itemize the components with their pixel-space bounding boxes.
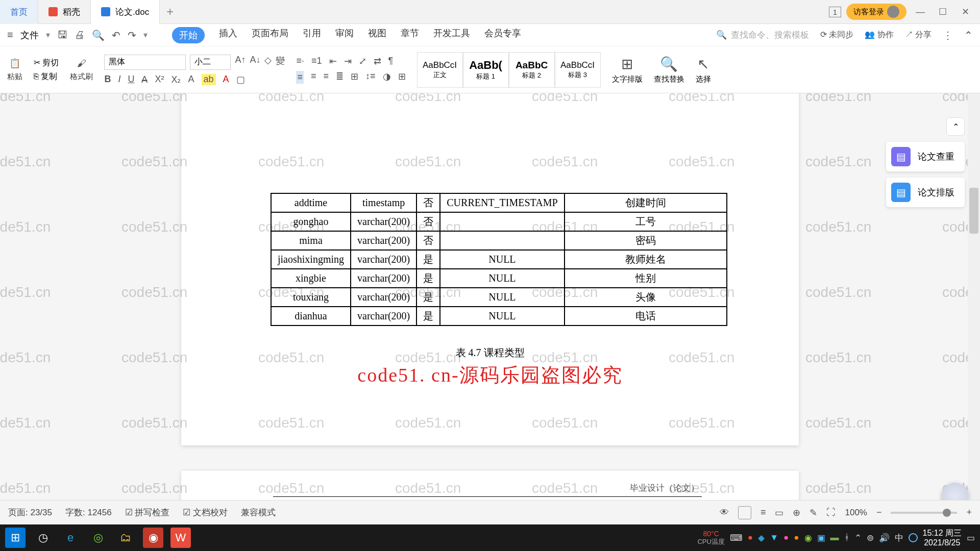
- table-cell[interactable]: 是: [416, 250, 440, 269]
- table-cell[interactable]: gonghao: [271, 212, 351, 231]
- cut-button[interactable]: ✂ 剪切: [34, 58, 59, 68]
- shading-icon[interactable]: ◑: [383, 71, 391, 84]
- select-button[interactable]: ↖选择: [696, 56, 711, 84]
- table-cell[interactable]: 是: [416, 307, 440, 325]
- bluetooth-icon[interactable]: ᚼ: [844, 533, 849, 543]
- align-left-icon[interactable]: ≡: [296, 71, 304, 84]
- collab-button[interactable]: 👥 协作: [865, 30, 893, 40]
- table-cell[interactable]: mima: [271, 231, 351, 250]
- minimize-button[interactable]: —: [912, 7, 929, 17]
- strike-icon[interactable]: A̶: [141, 74, 148, 85]
- paste-button[interactable]: 粘贴: [7, 72, 22, 82]
- style-body[interactable]: AaBbCcI正文: [417, 52, 463, 88]
- table-cell[interactable]: 是: [416, 269, 440, 288]
- table-cell[interactable]: touxiang: [271, 288, 351, 307]
- start-button[interactable]: ⊞: [5, 528, 26, 548]
- distribute-icon[interactable]: ⊞: [351, 71, 358, 84]
- decrease-font-icon[interactable]: A↓: [250, 55, 260, 70]
- doc-proof[interactable]: ☑ 文档校对: [183, 507, 228, 518]
- more-icon[interactable]: ⋮: [943, 29, 953, 41]
- tray-icon[interactable]: ▣: [817, 533, 825, 543]
- menu-view[interactable]: 视图: [368, 27, 386, 43]
- redo-icon[interactable]: ↷: [128, 29, 136, 41]
- decrease-indent-icon[interactable]: ⇤: [329, 56, 337, 67]
- table-cell[interactable]: timestamp: [351, 193, 416, 212]
- tab-home[interactable]: 首页: [0, 0, 38, 24]
- share-button[interactable]: ↗ 分享: [905, 30, 932, 40]
- tab-docer[interactable]: 稻壳: [38, 0, 91, 24]
- style-heading1[interactable]: AaBb(标题 1: [463, 52, 509, 88]
- plagiarism-check-button[interactable]: ▤论文查重: [886, 142, 965, 171]
- search-tray-icon[interactable]: [909, 533, 918, 542]
- maximize-button[interactable]: ☐: [934, 6, 951, 17]
- table-cell[interactable]: 是: [416, 288, 440, 307]
- table-cell[interactable]: 否: [416, 212, 440, 231]
- sync-button[interactable]: ⟳ 未同步: [820, 30, 853, 40]
- page-indicator[interactable]: 页面: 23/35: [8, 507, 52, 518]
- table-cell[interactable]: varchar(200): [351, 212, 416, 231]
- tray-icon[interactable]: ▼: [770, 533, 778, 543]
- spell-check[interactable]: ☑ 拼写检查: [125, 507, 170, 518]
- clear-format-icon[interactable]: ◇: [264, 55, 272, 70]
- table-cell[interactable]: CURRENT_TIMESTAMP: [440, 193, 564, 212]
- collapse-ribbon-icon[interactable]: ⌃: [964, 29, 973, 41]
- scroll-thumb[interactable]: [969, 188, 978, 234]
- table-cell[interactable]: xingbie: [271, 269, 351, 288]
- zoom-level[interactable]: 100%: [845, 508, 867, 518]
- clipboard-icon[interactable]: 📋: [9, 58, 20, 69]
- browser-icon[interactable]: ◎: [88, 528, 108, 548]
- outline-view-icon[interactable]: ≡: [761, 507, 766, 518]
- find-replace-button[interactable]: 🔍查找替换: [654, 56, 684, 84]
- wps-icon[interactable]: W: [170, 528, 191, 548]
- save-icon[interactable]: 🖫: [57, 29, 67, 41]
- fit-icon[interactable]: ⛶: [826, 507, 836, 518]
- text-effect-icon[interactable]: A: [188, 74, 194, 85]
- volume-icon[interactable]: 🔊: [879, 533, 890, 543]
- sort-icon[interactable]: ⤢: [359, 56, 366, 67]
- notification-badge[interactable]: 1: [829, 7, 841, 17]
- table-cell[interactable]: 教师姓名: [565, 250, 727, 269]
- print-icon[interactable]: 🖨: [75, 29, 85, 41]
- search-input[interactable]: 🔍 查找命令、搜索模板: [716, 29, 809, 41]
- app-icon-1[interactable]: ◉: [143, 528, 163, 548]
- table-cell[interactable]: 性别: [565, 269, 727, 288]
- table-cell[interactable]: NULL: [440, 250, 564, 269]
- copy-button[interactable]: ⎘ 复制: [34, 71, 57, 82]
- menu-reference[interactable]: 引用: [303, 27, 321, 43]
- annotate-icon[interactable]: ✎: [810, 507, 817, 518]
- table-cell[interactable]: 头像: [565, 288, 727, 307]
- text-layout-button[interactable]: ⊞文字排版: [612, 56, 643, 84]
- tray-icon[interactable]: ●: [748, 533, 753, 543]
- table-cell[interactable]: 工号: [565, 212, 727, 231]
- undo-icon[interactable]: ↶: [112, 29, 120, 41]
- document-canvas[interactable]: addtimetimestamp否CURRENT_TIMESTAMP创建时间go…: [0, 93, 968, 527]
- tray-keyboard-icon[interactable]: ⌨: [730, 533, 743, 543]
- highlight-icon[interactable]: ab: [202, 74, 216, 85]
- table-cell[interactable]: varchar(200): [351, 269, 416, 288]
- justify-icon[interactable]: ≣: [336, 71, 344, 84]
- table-cell[interactable]: NULL: [440, 307, 564, 325]
- align-center-icon[interactable]: ≡: [311, 71, 316, 84]
- paragraph-mark-icon[interactable]: ¶: [388, 56, 394, 67]
- superscript-icon[interactable]: X²: [155, 74, 164, 85]
- table-cell[interactable]: 密码: [565, 231, 727, 250]
- table-cell[interactable]: jiaoshixingming: [271, 250, 351, 269]
- increase-font-icon[interactable]: A↑: [235, 55, 246, 70]
- zoom-out-icon[interactable]: −: [876, 507, 882, 518]
- new-tab-button[interactable]: +: [160, 5, 180, 19]
- thesis-layout-button[interactable]: ▤论文排版: [886, 178, 965, 207]
- wifi-icon[interactable]: ⊚: [867, 533, 874, 543]
- menu-icon[interactable]: ≡: [7, 29, 13, 41]
- menu-start[interactable]: 开始: [172, 27, 205, 43]
- line-spacing-icon[interactable]: ↕≡: [365, 71, 376, 84]
- align-right-icon[interactable]: ≡: [324, 71, 329, 84]
- ie-icon[interactable]: e: [60, 528, 81, 548]
- notifications-icon[interactable]: ▭: [967, 533, 975, 543]
- format-painter-icon[interactable]: 🖌: [77, 58, 86, 69]
- tray-icon[interactable]: ◆: [758, 533, 765, 543]
- table-cell[interactable]: varchar(200): [351, 231, 416, 250]
- reading-view-icon[interactable]: ▭: [775, 507, 783, 518]
- menu-review[interactable]: 审阅: [335, 27, 354, 43]
- table-cell[interactable]: addtime: [271, 193, 351, 212]
- menu-devtools[interactable]: 开发工具: [433, 27, 470, 43]
